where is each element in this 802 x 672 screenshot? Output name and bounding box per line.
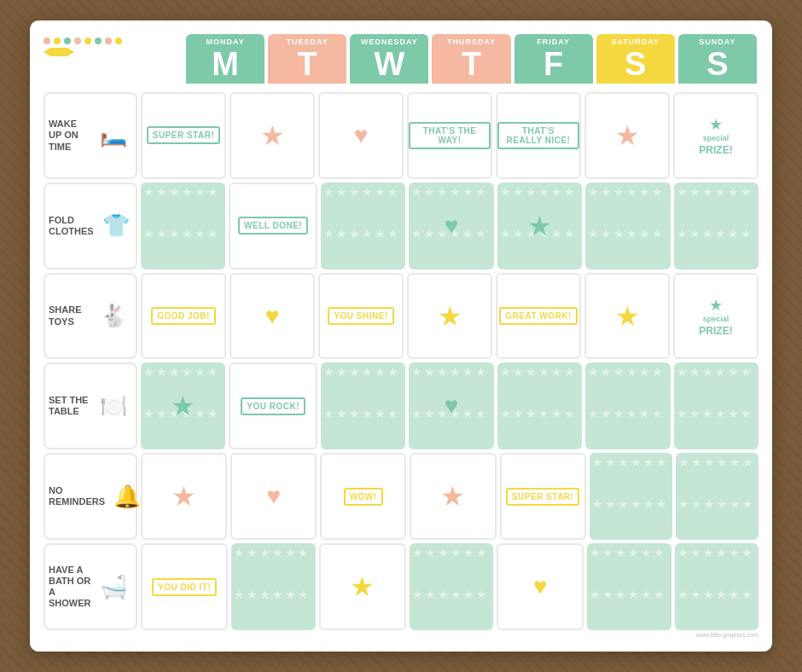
heart-yellow: ♥ xyxy=(265,303,280,330)
heart-yellow: ♥ xyxy=(533,573,548,600)
chore-cell: NO REMINDERS🔔 xyxy=(44,453,137,540)
star-teal: ★ xyxy=(171,390,195,422)
badge-teal: YOU ROCK! xyxy=(241,397,305,415)
day-cell: ★ xyxy=(230,92,315,179)
day-cell: SUPER STAR! xyxy=(141,92,226,179)
heart-pink: ♥ xyxy=(266,483,281,510)
chore-label: FOLD CLOTHES xyxy=(49,215,94,237)
day-cell: ★ xyxy=(410,453,496,540)
day-cell: ★★★★★★★★★★★★ xyxy=(674,182,758,269)
day-cell: ★★★★★★★★★★★★♥ xyxy=(409,362,493,449)
day-cell: ★★★★★★★★★★★★ xyxy=(676,453,758,540)
chore-label: HAVE A BATH OR A SHOWER xyxy=(49,565,91,610)
grid-row: SET THE TABLE🍽️★★★★★★★★★★★★★YOU ROCK!★★★… xyxy=(44,362,758,449)
day-cell: ★★★★★★★★★★★★ xyxy=(321,182,405,269)
star-pink: ★ xyxy=(615,119,640,152)
chore-icon: 🛏️ xyxy=(95,117,132,154)
day-cell: ★★★★★★★★★★★★ xyxy=(675,543,758,630)
day-cell: ★★★★★★★★★★★★ xyxy=(141,182,225,269)
day-cell: ★★★★★★★★★★★★ xyxy=(590,453,672,540)
special-prize: ★specialPRIZE! xyxy=(699,296,732,337)
header-dot xyxy=(115,38,122,44)
special-prize: ★specialPRIZE! xyxy=(699,115,732,156)
day-cell: YOU ROCK! xyxy=(229,362,317,449)
day-cell: ♥ xyxy=(497,543,584,630)
day-cell: GOOD JOB! xyxy=(141,273,226,360)
day-cell: YOU SHINE! xyxy=(318,273,404,360)
tagline-banner xyxy=(44,48,74,56)
chore-icon: 🍽️ xyxy=(95,387,132,425)
badge-yellow: YOU SHINE! xyxy=(328,307,393,325)
grid-row: NO REMINDERS🔔★♥WOW!★SUPER STAR!★★★★★★★★★… xyxy=(44,453,758,540)
day-cell: ★★★★★★★★★★★★ xyxy=(674,362,758,449)
star-pink: ★ xyxy=(260,119,285,152)
day-cell: SUPER STAR! xyxy=(500,453,586,540)
header-dot xyxy=(54,38,61,44)
day-header-wednesday: WEDNESDAYW xyxy=(350,34,428,84)
header-dot xyxy=(84,38,91,44)
day-cell: ★★★★★★★★★★★★ xyxy=(410,543,493,630)
day-cell: ★specialPRIZE! xyxy=(673,273,758,360)
chore-cell: WAKE UP ON TIME🛏️ xyxy=(44,92,137,179)
day-cell: ★ xyxy=(584,273,670,360)
header: MONDAYMTUESDAYTWEDNESDAYWTHURSDAYTFRIDAY… xyxy=(44,34,758,84)
day-cell: ★ xyxy=(407,273,492,360)
chore-cell: HAVE A BATH OR A SHOWER🛁 xyxy=(44,543,137,630)
star-pink: ★ xyxy=(440,480,465,513)
heart-teal: ♥ xyxy=(445,212,459,240)
day-cell: WELL DONE! xyxy=(229,182,317,269)
day-cell: ★★★★★★★★★★★★ xyxy=(231,543,315,630)
header-dot xyxy=(74,38,81,44)
chore-icon: 🛁 xyxy=(95,568,132,605)
badge-yellow: YOU DID IT! xyxy=(152,578,217,596)
chore-cell: SHARE TOYS🐇 xyxy=(44,273,137,360)
heart-teal: ♥ xyxy=(445,392,459,420)
day-cell: ★★★★★★★★★★★★ xyxy=(587,543,671,630)
grid-row: FOLD CLOTHES👕★★★★★★★★★★★★WELL DONE!★★★★★… xyxy=(44,182,758,269)
star-yellow: ★ xyxy=(615,300,640,333)
chore-cell: SET THE TABLE🍽️ xyxy=(44,362,137,449)
grid-row: HAVE A BATH OR A SHOWER🛁YOU DID IT!★★★★★… xyxy=(44,543,758,630)
day-cell: ★★★★★★★★★★★★ xyxy=(585,182,670,269)
day-cell: GREAT WORK! xyxy=(496,273,581,360)
day-header-friday: FRIDAYF xyxy=(514,34,593,84)
day-header-thursday: THURSDAYT xyxy=(432,34,510,84)
chore-chart: MONDAYMTUESDAYTWEDNESDAYWTHURSDAYTFRIDAY… xyxy=(30,20,772,652)
badge-teal: WELL DONE! xyxy=(238,217,308,235)
title-block xyxy=(44,34,176,56)
header-dot xyxy=(105,38,112,44)
header-dot xyxy=(64,38,71,44)
header-dot xyxy=(95,38,102,44)
day-cell: ★★★★★★★★★★★★★ xyxy=(141,362,225,449)
header-dot xyxy=(44,38,50,44)
star-yellow: ★ xyxy=(350,571,375,603)
day-cell: ★★★★★★★★★★★★♥ xyxy=(409,182,493,269)
day-cell: YOU DID IT! xyxy=(141,543,228,630)
heart-pink: ♥ xyxy=(354,122,369,149)
star-teal: ★ xyxy=(527,210,552,242)
star-pink: ★ xyxy=(171,480,196,513)
day-headers: MONDAYMTUESDAYTWEDNESDAYWTHURSDAYTFRIDAY… xyxy=(184,34,758,84)
grid-row: SHARE TOYS🐇GOOD JOB!♥YOU SHINE!★GREAT WO… xyxy=(44,273,758,360)
day-header-sunday: SUNDAYS xyxy=(678,34,757,84)
day-cell: ★ xyxy=(319,543,406,630)
day-header-saturday: SATURDAYS xyxy=(596,34,675,84)
day-cell: THAT'S THE WAY! xyxy=(407,92,492,179)
day-cell: ★ xyxy=(141,453,227,540)
grid-row: WAKE UP ON TIME🛏️SUPER STAR!★♥THAT'S THE… xyxy=(44,92,758,179)
chore-cell: FOLD CLOTHES👕 xyxy=(44,182,137,269)
day-cell: ♥ xyxy=(230,453,317,540)
day-cell: ★★★★★★★★★★★★ xyxy=(497,362,582,449)
day-cell: ★★★★★★★★★★★★ xyxy=(321,362,405,449)
day-cell: ♥ xyxy=(318,92,404,179)
chore-label: SET THE TABLE xyxy=(49,395,91,417)
chore-icon: 🐇 xyxy=(95,298,132,335)
day-cell: ♥ xyxy=(230,273,315,360)
dots-row xyxy=(44,38,122,44)
chore-label: SHARE TOYS xyxy=(49,304,91,327)
badge-teal: SUPER STAR! xyxy=(147,126,221,144)
badge-yellow: GREAT WORK! xyxy=(499,307,578,325)
day-header-monday: MONDAYM xyxy=(186,34,264,84)
chore-icon: 👕 xyxy=(97,207,135,245)
star-yellow: ★ xyxy=(438,300,462,333)
